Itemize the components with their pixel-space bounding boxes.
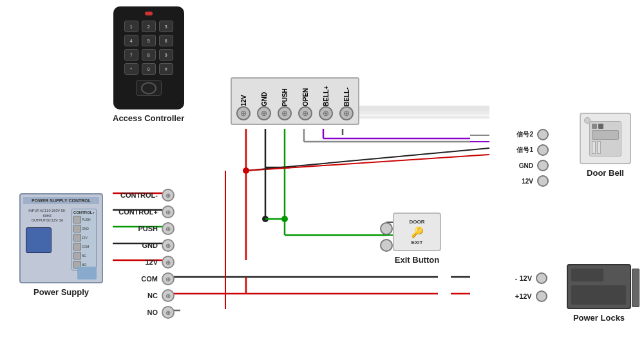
wiring-diagram: 1 2 3 4 5 6 7 8 9 * 0 # Access Controlle… xyxy=(0,0,644,360)
ps-term-screw1 xyxy=(73,216,81,223)
ps-term-label1: PUSH xyxy=(82,218,91,222)
power-supply-label: Power Supply xyxy=(19,287,103,297)
no-screw xyxy=(162,306,175,319)
access-controller-label: Access Controller xyxy=(113,113,184,123)
doorbell-comp1 xyxy=(592,124,597,129)
term-row-com: COM xyxy=(106,270,175,287)
power-supply-body: POWER SUPPLY CONTROL INPUT:AC110-260V 50… xyxy=(19,193,103,283)
lock-plate xyxy=(632,269,639,307)
doorbell-body xyxy=(580,113,631,164)
push-label: PUSH xyxy=(106,225,158,232)
lock-term-row-2: +12V xyxy=(515,289,547,304)
terminal-gnd-screw: ⊕ xyxy=(257,106,271,120)
svg-point-23 xyxy=(262,216,269,222)
doorbell-screw-2 xyxy=(537,144,549,156)
exit-btn-icon: 🔑 xyxy=(411,226,424,238)
exit-terminal-screw-1 xyxy=(380,222,393,235)
doorbell-screen xyxy=(592,130,619,140)
keypad-row-3: 7 8 9 xyxy=(124,49,173,61)
keypad-btn-8: 8 xyxy=(142,49,156,61)
terminal-open-screw: ⊕ xyxy=(298,106,312,120)
keypad-btn-4: 4 xyxy=(124,35,138,46)
ps-term-label3: 12V xyxy=(82,236,88,240)
doorbell-device: Door Bell xyxy=(580,113,631,178)
exit-terminal-screw-2 xyxy=(380,239,393,252)
doorbell-term-label-3: GND xyxy=(507,162,533,169)
keypad-btn-3: 3 xyxy=(159,21,173,32)
terminal-bell-minus: BELL- ⊕ xyxy=(336,81,357,120)
term-row-gnd: GND xyxy=(106,237,175,254)
com-screw xyxy=(162,272,175,285)
ps-term-screw4 xyxy=(73,243,81,251)
keypad-btn-6: 6 xyxy=(159,35,173,46)
doorbell-mount xyxy=(584,117,591,124)
terminal-open-label: OPEN xyxy=(302,81,309,106)
doorbell-screw-4 xyxy=(537,175,549,187)
lock-body xyxy=(567,264,631,309)
gnd-label: GND xyxy=(106,242,158,249)
terminal-bell-minus-label: BELL- xyxy=(343,81,350,106)
term-row-nc: NC xyxy=(106,287,175,304)
keypad-btn-5: 5 xyxy=(142,35,156,46)
push-screw xyxy=(162,222,175,235)
terminal-12v-label: 12V xyxy=(240,81,247,106)
keypad-btn-9: 9 xyxy=(159,49,173,61)
power-lock-device: Power Locks xyxy=(567,264,631,323)
left-terminal-labels: CONTROL- CONTROL+ PUSH GND 12V COM NC N xyxy=(106,187,175,321)
keypad-row-1: 1 2 3 xyxy=(124,21,173,32)
terminal-bell-plus-label: BELL+ xyxy=(323,81,330,106)
power-supply-title: POWER SUPPLY CONTROL xyxy=(23,197,99,204)
keypad-row-2: 4 5 6 xyxy=(124,35,173,46)
exit-btn-text1: DOOR xyxy=(410,219,425,225)
terminal-12v-screw: ⊕ xyxy=(236,106,251,120)
term-row-12v: 12V xyxy=(106,254,175,270)
terminal-push: PUSH ⊕ xyxy=(274,81,295,120)
doorbell-comp2 xyxy=(598,124,603,129)
power-lock-label: Power Locks xyxy=(567,313,631,323)
doorbell-connector2 xyxy=(597,141,601,154)
keypad-btn-hash: # xyxy=(159,63,173,75)
ps-term-label4: COM xyxy=(82,245,90,249)
doorbell-label: Door Bell xyxy=(580,168,631,178)
keypad-btn-star: * xyxy=(124,63,138,75)
term-row-no: NO xyxy=(106,304,175,321)
nc-label: NC xyxy=(106,292,158,299)
lock-term-label-2: +12V xyxy=(515,292,532,300)
control-plus-screw xyxy=(162,205,175,218)
doorbell-term-label-1: 信号2 xyxy=(507,130,533,139)
doorbell-term-row-2: 信号1 xyxy=(507,143,549,157)
ps-info1: INPUT:AC110-260V 50-60HZ xyxy=(26,209,69,218)
svg-line-13 xyxy=(246,155,489,171)
keypad-btn-7: 7 xyxy=(124,49,138,61)
power-supply: POWER SUPPLY CONTROL INPUT:AC110-260V 50… xyxy=(19,193,103,297)
controller-body: 1 2 3 4 5 6 7 8 9 * 0 # xyxy=(113,6,184,109)
exit-button-label: Exit Button xyxy=(393,255,441,265)
ps-term-row: PUSH xyxy=(73,216,95,223)
exit-button-body: DOOR 🔑 EXIT xyxy=(393,213,441,251)
svg-point-25 xyxy=(281,216,288,222)
lock-term-label-1: - 12V xyxy=(515,274,532,282)
ps-term-row5: NC xyxy=(73,252,95,260)
ps-term-row2: GND xyxy=(73,225,95,232)
terminal-bell-minus-screw: ⊕ xyxy=(339,106,354,120)
control-minus-label: CONTROL- xyxy=(106,191,158,199)
ps-term-row4: COM xyxy=(73,243,95,251)
doorbell-term-row-3: GND xyxy=(507,158,549,173)
access-controller: 1 2 3 4 5 6 7 8 9 * 0 # Access Controlle… xyxy=(113,6,184,123)
terminal-12v: 12V ⊕ xyxy=(233,81,254,120)
12v-screw xyxy=(162,256,175,269)
term-row-control-minus: CONTROL- xyxy=(106,187,175,204)
ps-indicator xyxy=(77,267,97,279)
doorbell-term-row-1: 信号2 xyxy=(507,128,549,142)
ps-info2: OUTPUT:DC12V 3A xyxy=(26,218,69,223)
doorbell-terminal-block: 信号2 信号1 GND 12V xyxy=(507,128,549,188)
terminal-bell-plus-screw: ⊕ xyxy=(319,106,333,120)
ps-term-screw2 xyxy=(73,225,81,232)
doorbell-screw-1 xyxy=(537,129,549,140)
lock-terminal-labels: - 12V +12V xyxy=(515,270,547,304)
terminal-open: OPEN ⊕ xyxy=(295,81,316,120)
exit-btn-text2: EXIT xyxy=(412,240,423,245)
top-terminal-block: 12V ⊕ GND ⊕ PUSH ⊕ OPEN ⊕ BELL+ ⊕ BELL- … xyxy=(231,77,359,125)
control-minus-screw xyxy=(162,189,175,202)
controller-led xyxy=(145,12,153,15)
